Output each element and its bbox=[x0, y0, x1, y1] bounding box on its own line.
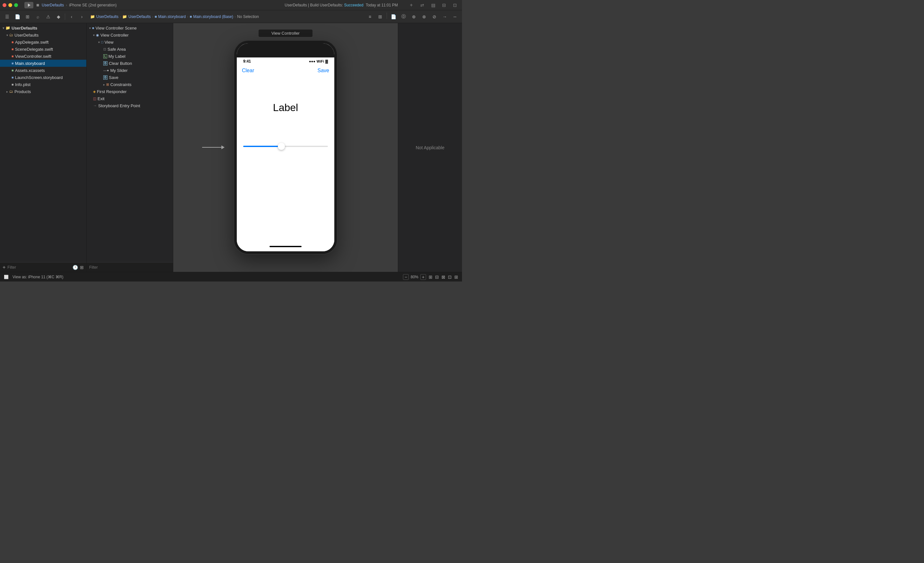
sidebar-label-launchscreen: LaunchScreen.storyboard bbox=[15, 75, 63, 80]
scene-item-myslider[interactable]: —● My Slider bbox=[87, 67, 173, 74]
toolbar: ☰ 📄 ⊞ ⌕ ⚠ ◆ ‹ › 📁 UserDefaults › 📁 UserD… bbox=[0, 10, 462, 23]
canvas-options-icon[interactable]: ⊞ bbox=[454, 275, 458, 279]
layout-icon-2[interactable]: ⊠ bbox=[441, 275, 446, 279]
toolbar-canvas-icon[interactable]: ⊞ bbox=[376, 12, 385, 21]
iphone-clear-button[interactable]: Clear bbox=[242, 68, 254, 74]
iphone-slider-track bbox=[243, 146, 328, 147]
add-file-icon[interactable]: + bbox=[3, 264, 6, 270]
title-bar-center: ⏹ UserDefaults › iPhone SE (2nd generati… bbox=[36, 3, 279, 8]
scene-filter-input[interactable] bbox=[89, 265, 170, 270]
scene-label-mylabel: My Label bbox=[108, 54, 126, 59]
scene-item-view[interactable]: □ View bbox=[87, 39, 173, 46]
iphone-notch bbox=[263, 44, 308, 52]
sidebar-item-scenedelegate[interactable]: ■ SceneDelegate.swift bbox=[0, 46, 86, 53]
scene-item-safearea[interactable]: ⊡ Safe Area bbox=[87, 46, 173, 53]
minimize-button[interactable] bbox=[8, 3, 12, 7]
scene-label-vc-scene: View Controller Scene bbox=[96, 26, 136, 30]
iphone-mockup: 9:41 ●●● WiFi ▓ Clear Save Label bbox=[234, 41, 337, 254]
sidebar-label-userdefaults-group: UserDefaults bbox=[14, 33, 39, 38]
add-tab-button[interactable]: + bbox=[407, 1, 416, 9]
iphone-save-button[interactable]: Save bbox=[318, 68, 329, 74]
scene-item-clearbutton[interactable]: B Clear Button bbox=[87, 60, 173, 67]
sidebar-item-userdefaults-root[interactable]: 📁 UserDefaults bbox=[0, 24, 86, 32]
safearea-icon: ⊡ bbox=[103, 47, 106, 51]
label-icon: L bbox=[103, 54, 107, 59]
scene-item-save[interactable]: B Save bbox=[87, 74, 173, 81]
sidebar-label-viewcontroller: ViewController.swift bbox=[15, 54, 51, 59]
scene-item-exit[interactable]: ◫ Exit bbox=[87, 95, 173, 102]
scene-item-constraints[interactable]: ⊞ Constraints bbox=[87, 81, 173, 88]
scene-label-constraints: Constraints bbox=[110, 82, 132, 87]
scene-hierarchy-panel: ■ View Controller Scene ◉ View Controlle… bbox=[87, 23, 173, 272]
sidebar-item-launchscreen[interactable]: ■ LaunchScreen.storyboard bbox=[0, 74, 86, 81]
close-button[interactable] bbox=[3, 3, 6, 7]
play-icon bbox=[28, 3, 30, 7]
toolbar-connections-icon[interactable]: → bbox=[440, 12, 449, 21]
scene-label-save: Save bbox=[109, 75, 118, 80]
filter-options-icon[interactable]: ⊞ bbox=[80, 265, 84, 270]
scene-item-mylabel[interactable]: L My Label bbox=[87, 53, 173, 60]
scene-item-vc-scene[interactable]: ■ View Controller Scene bbox=[87, 24, 173, 32]
toolbar-breakpoint-icon[interactable]: ◆ bbox=[54, 12, 63, 21]
sidebar-item-userdefaults-group[interactable]: 🗂 UserDefaults bbox=[0, 32, 86, 39]
toolbar-new-icon[interactable]: 📄 bbox=[13, 12, 22, 21]
sidebar-item-assets[interactable]: ■ Assets.xcassets bbox=[0, 67, 86, 74]
maximize-button[interactable] bbox=[14, 3, 18, 7]
split-button[interactable]: ⊟ bbox=[440, 1, 448, 9]
window-fullscreen-button[interactable]: ⇄ bbox=[418, 1, 427, 9]
toolbar-size-icon[interactable]: ⊘ bbox=[430, 12, 439, 21]
sidebar-item-main-storyboard[interactable]: ■ Main.storyboard bbox=[0, 60, 86, 67]
sidebar-filter-input[interactable] bbox=[8, 265, 70, 270]
toolbar-warning-icon[interactable]: ⚠ bbox=[44, 12, 52, 21]
scene-label-myslider: My Slider bbox=[110, 68, 128, 73]
firstresponder-icon: ◈ bbox=[93, 90, 96, 94]
iphone-slider-thumb[interactable] bbox=[278, 143, 285, 150]
not-applicable-label: Not Applicable bbox=[416, 145, 445, 150]
title-chevron: › bbox=[66, 3, 67, 8]
iphone-status-icons: ●●● WiFi ▓ bbox=[309, 59, 328, 63]
toolbar-search-icon[interactable]: ⌕ bbox=[33, 12, 42, 21]
scene-item-firstresponder[interactable]: ◈ First Responder bbox=[87, 88, 173, 95]
toolbar-quick-help-icon[interactable]: ⓪ bbox=[399, 12, 408, 21]
userdefaults-expand-icon bbox=[3, 26, 4, 30]
filter-recent-icon[interactable]: 🕐 bbox=[72, 265, 78, 270]
breadcrumb-project: UserDefaults bbox=[96, 15, 118, 19]
play-button[interactable] bbox=[24, 2, 33, 8]
toolbar-file-inspector-icon[interactable]: 📄 bbox=[389, 12, 398, 21]
toolbar-attributes-icon[interactable]: ⊗ bbox=[420, 12, 429, 21]
sidebar-item-products[interactable]: 🗂 Products bbox=[0, 88, 86, 95]
toolbar-bindings-icon[interactable]: ↔ bbox=[450, 12, 459, 21]
arrow-line bbox=[202, 147, 221, 148]
toolbar-sidebar-icon[interactable]: ☰ bbox=[3, 12, 12, 21]
window-controls: + ⇄ ▤ ⊟ ⊡ bbox=[407, 1, 459, 9]
toolbar-identity-icon[interactable]: ⊕ bbox=[410, 12, 418, 21]
toolbar-layout-icon[interactable]: ⊞ bbox=[23, 12, 32, 21]
plist-icon: ■ bbox=[12, 83, 14, 86]
sidebar-item-viewcontroller[interactable]: ■ ViewController.swift bbox=[0, 53, 86, 60]
toolbar-back-icon[interactable]: ‹ bbox=[67, 12, 76, 21]
fit-icon[interactable]: ⊞ bbox=[429, 275, 432, 279]
swift-icon-scenedelegate: ■ bbox=[12, 47, 14, 51]
storyboard-icon-launch: ■ bbox=[12, 75, 14, 79]
sidebar-item-infoplist[interactable]: ■ Info.plist bbox=[0, 81, 86, 88]
layout-icon-1[interactable]: ⊟ bbox=[435, 275, 439, 279]
right-panel: Not Applicable bbox=[398, 23, 462, 272]
layout-icon-3[interactable]: ⊡ bbox=[448, 275, 452, 279]
userdefaults-group-expand-icon bbox=[6, 33, 8, 37]
scene-item-vc[interactable]: ◉ View Controller bbox=[87, 32, 173, 39]
zoom-out-button[interactable]: − bbox=[403, 274, 409, 280]
view-expand-icon bbox=[98, 41, 100, 44]
scene-label-vc: View Controller bbox=[100, 33, 129, 38]
sidebar-item-appdelegate[interactable]: ■ AppDelegate.swift bbox=[0, 39, 86, 46]
zoom-in-button[interactable]: + bbox=[420, 274, 426, 280]
scene-content: ■ View Controller Scene ◉ View Controlle… bbox=[87, 23, 173, 262]
corner-button[interactable]: ⊡ bbox=[450, 1, 459, 9]
iphone-label: Label bbox=[237, 102, 334, 114]
toolbar-forward-icon[interactable]: › bbox=[77, 12, 86, 21]
toolbar-inspector-icon[interactable]: ≡ bbox=[365, 12, 374, 21]
sidebar-content: 📁 UserDefaults 🗂 UserDefaults ■ AppDeleg… bbox=[0, 23, 86, 262]
folder-icon-root: 📁 bbox=[6, 26, 10, 30]
scene-item-entrypoint[interactable]: → Storyboard Entry Point bbox=[87, 102, 173, 109]
toolbar-breadcrumb: 📁 UserDefaults › 📁 UserDefaults › ■ Main… bbox=[90, 15, 259, 19]
sidebar-toggle-button[interactable]: ▤ bbox=[429, 1, 438, 9]
